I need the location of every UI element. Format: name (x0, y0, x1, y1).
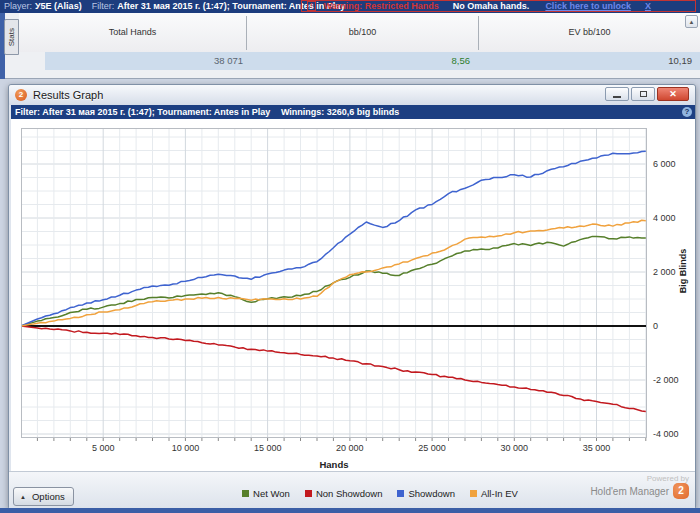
stats-tab-label: Stats (7, 28, 16, 46)
legend-color-swatch (242, 490, 249, 497)
window-bottom-edge (0, 508, 700, 513)
legend-label: Showdown (408, 488, 454, 499)
legend-item[interactable]: Net Won (242, 488, 290, 499)
powered-by-block: Powered by Hold'em Manager 2 (590, 474, 689, 499)
powered-by-text: Powered by (590, 474, 689, 483)
y-tick-label: 6 000 (653, 159, 676, 169)
bb100-value: 8,56 (245, 52, 470, 70)
chart-area: 5 00010 00015 00020 00025 00030 00035 00… (11, 119, 695, 471)
top-status-bar: Player:У5Е (Alias)Filter:After 31 мая 20… (0, 0, 700, 13)
scroll-up-icon[interactable]: ▲ (685, 15, 698, 28)
x-tick-label: 35 000 (572, 443, 622, 453)
legend-color-swatch (305, 490, 312, 497)
player-label: Player: (4, 1, 32, 11)
stats-value-row[interactable]: 38 071 8,56 10,19 (45, 52, 700, 70)
x-tick-label: 15 000 (243, 443, 293, 453)
window-titlebar[interactable]: 2 Results Graph ✕ (9, 85, 695, 105)
restriction-warning-box: ! Warning: Restricted Hands No Omaha han… (301, 0, 696, 12)
y-tick-label: 2 000 (653, 267, 676, 277)
x-axis-title: Hands (21, 459, 647, 470)
minimize-icon (613, 96, 621, 98)
col-header-ev-bb100[interactable]: EV bb/100 (479, 13, 700, 52)
results-graph-window: 2 Results Graph ✕ Filter: After 31 мая 2… (8, 84, 696, 508)
minimize-button[interactable] (605, 87, 629, 101)
legend-color-swatch (470, 490, 477, 497)
restore-icon (640, 91, 647, 97)
graph-filter-bar: Filter: After 31 мая 2015 г. (1:47); Tou… (11, 105, 695, 119)
graph-bottom-bar: ▲ Options Net WonNon ShowdownShowdownAll… (9, 471, 695, 508)
stats-tab[interactable]: Stats (4, 19, 19, 55)
player-value: У5Е (Alias) (35, 1, 82, 11)
winnings-text: Winnings: 3260,6 big blinds (281, 107, 399, 117)
omaha-notice: No Omaha hands. (453, 0, 530, 13)
app-screen: Player:У5Е (Alias)Filter:After 31 мая 20… (0, 0, 700, 513)
graph-filter-text: Filter: After 31 мая 2015 г. (1:47); Tou… (15, 107, 270, 117)
legend-color-swatch (397, 490, 404, 497)
x-tick-label: 5 000 (78, 443, 128, 453)
legend-item[interactable]: Non Showdown (305, 488, 383, 499)
filter-label: Filter: (92, 1, 115, 11)
y-axis-title: Big Blinds (678, 241, 688, 301)
hm2-app-icon: 2 (15, 89, 27, 101)
close-button[interactable]: ✕ (657, 87, 689, 101)
results-line-chart[interactable] (21, 128, 649, 444)
legend-label: All-In EV (481, 488, 518, 499)
total-hands-value: 38 071 (45, 52, 243, 70)
help-icon[interactable]: ? (682, 107, 692, 117)
stats-panel: Stats Total Hands bb/100 EV bb/100 38 07… (0, 13, 700, 79)
legend-label: Net Won (253, 488, 290, 499)
x-tick-label: 20 000 (325, 443, 375, 453)
brand-name: Hold'em Manager (590, 486, 669, 497)
unlock-link[interactable]: Click here to unlock (545, 0, 631, 13)
ev-bb100-value: 10,19 (472, 52, 692, 70)
y-tick-label: 4 000 (653, 213, 676, 223)
window-title: Results Graph (33, 89, 103, 101)
legend-label: Non Showdown (316, 488, 383, 499)
col-header-bb100[interactable]: bb/100 (247, 13, 478, 52)
warning-text: Warning: Restricted Hands (324, 0, 439, 13)
y-tick-label: 0 (653, 321, 658, 331)
x-tick-label: 30 000 (489, 443, 539, 453)
collapse-arrow-icon: ▲ (20, 494, 26, 500)
x-tick-label: 10 000 (160, 443, 210, 453)
restore-button[interactable] (631, 87, 655, 101)
y-tick-label: -2 000 (653, 375, 679, 385)
hm2-logo-icon: 2 (673, 483, 689, 499)
legend-item[interactable]: Showdown (397, 488, 454, 499)
legend-item[interactable]: All-In EV (470, 488, 518, 499)
col-header-total-hands[interactable]: Total Hands (19, 13, 246, 52)
warning-icon: ! (307, 1, 316, 11)
stats-header-row: Total Hands bb/100 EV bb/100 (19, 13, 700, 52)
x-tick-label: 25 000 (407, 443, 457, 453)
options-button-label: Options (32, 491, 65, 502)
dismiss-warning-button[interactable]: X (645, 0, 651, 13)
y-tick-label: -4 000 (653, 429, 679, 439)
